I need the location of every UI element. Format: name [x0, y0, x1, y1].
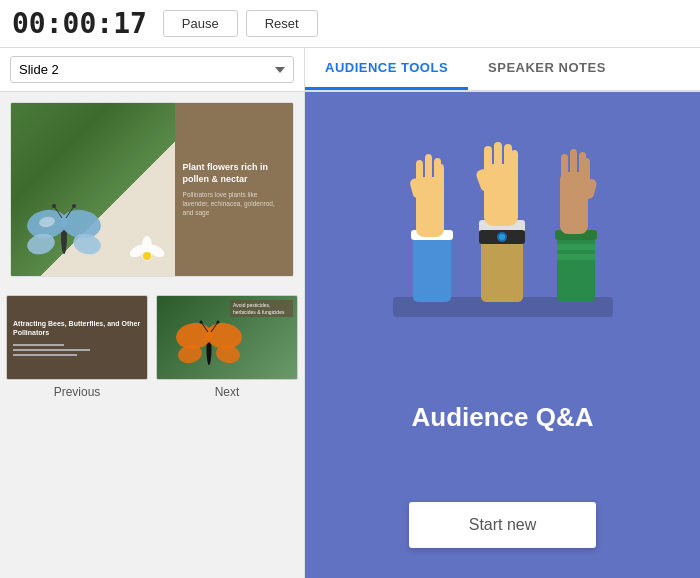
svg-point-23 [217, 321, 220, 324]
nav-thumbnails: Attracting Bees, Butterflies, and Other … [0, 287, 304, 578]
svg-rect-31 [438, 164, 444, 188]
main-content: Slide 1 Slide 2 Slide 3 Slide 4 [0, 48, 700, 578]
hands-illustration [383, 122, 623, 342]
previous-label: Previous [54, 385, 101, 399]
next-thumb-bg: Avoid pesticides, herbicides & fungicide… [157, 296, 297, 379]
next-slide-thumb[interactable]: Avoid pesticides, herbicides & fungicide… [156, 295, 298, 570]
start-new-button[interactable]: Start new [409, 502, 597, 548]
previous-thumb-image: Attracting Bees, Butterflies, and Other … [6, 295, 148, 380]
pause-button[interactable]: Pause [163, 10, 238, 37]
slide-select[interactable]: Slide 1 Slide 2 Slide 3 Slide 4 [10, 56, 294, 83]
svg-rect-53 [583, 158, 590, 182]
svg-point-37 [499, 234, 505, 240]
previous-slide-thumb[interactable]: Attracting Bees, Butterflies, and Other … [6, 295, 148, 570]
left-panel: Slide 1 Slide 2 Slide 3 Slide 4 [0, 48, 305, 578]
svg-rect-42 [511, 150, 518, 174]
svg-rect-51 [570, 149, 577, 179]
reset-button[interactable]: Reset [246, 10, 318, 37]
current-slide-preview: Plant flowers rich in pollen & nectar Po… [0, 92, 304, 287]
hands-svg [383, 142, 623, 342]
slide-selector-bar: Slide 1 Slide 2 Slide 3 Slide 4 [0, 48, 304, 92]
prev-thumb-bg: Attracting Bees, Butterflies, and Other … [7, 296, 147, 379]
slide-body: Pollinators love plants like lavender, e… [183, 190, 285, 217]
header: 00:00:17 Pause Reset [0, 0, 700, 48]
next-label: Next [215, 385, 240, 399]
prev-thumb-title: Attracting Bees, Butterflies, and Other … [13, 319, 141, 337]
next-overlay: Avoid pesticides, herbicides & fungicide… [230, 300, 293, 317]
next-thumb-image: Avoid pesticides, herbicides & fungicide… [156, 295, 298, 380]
audience-title: Audience Q&A [411, 402, 593, 433]
svg-rect-25 [413, 232, 451, 302]
svg-point-14 [143, 252, 151, 260]
next-overlay-text: Avoid pesticides, herbicides & fungicide… [233, 302, 290, 315]
svg-rect-41 [504, 144, 512, 172]
svg-rect-40 [494, 142, 502, 172]
svg-rect-29 [425, 154, 432, 184]
butterfly-icon [19, 196, 109, 261]
slide-text-right: Plant flowers rich in pollen & nectar Po… [175, 103, 293, 276]
monarch-icon [172, 314, 247, 369]
slide-frame: Plant flowers rich in pollen & nectar Po… [10, 102, 294, 277]
svg-rect-47 [557, 254, 595, 260]
tab-speaker-notes[interactable]: SPEAKER NOTES [468, 48, 626, 90]
tab-audience-tools[interactable]: AUDIENCE TOOLS [305, 48, 468, 90]
svg-rect-46 [557, 244, 595, 250]
svg-point-9 [72, 204, 76, 208]
right-panel: AUDIENCE TOOLS SPEAKER NOTES [305, 48, 700, 578]
slide-photo-left [11, 103, 175, 276]
audience-tools-content: Audience Q&A Start new [305, 92, 700, 578]
svg-point-7 [52, 204, 56, 208]
svg-point-21 [200, 321, 203, 324]
tabs-bar: AUDIENCE TOOLS SPEAKER NOTES [305, 48, 700, 92]
flower-icon [130, 231, 165, 271]
slide-title: Plant flowers rich in pollen & nectar [183, 162, 285, 185]
timer-display: 00:00:17 [12, 7, 147, 40]
svg-rect-50 [561, 154, 568, 182]
